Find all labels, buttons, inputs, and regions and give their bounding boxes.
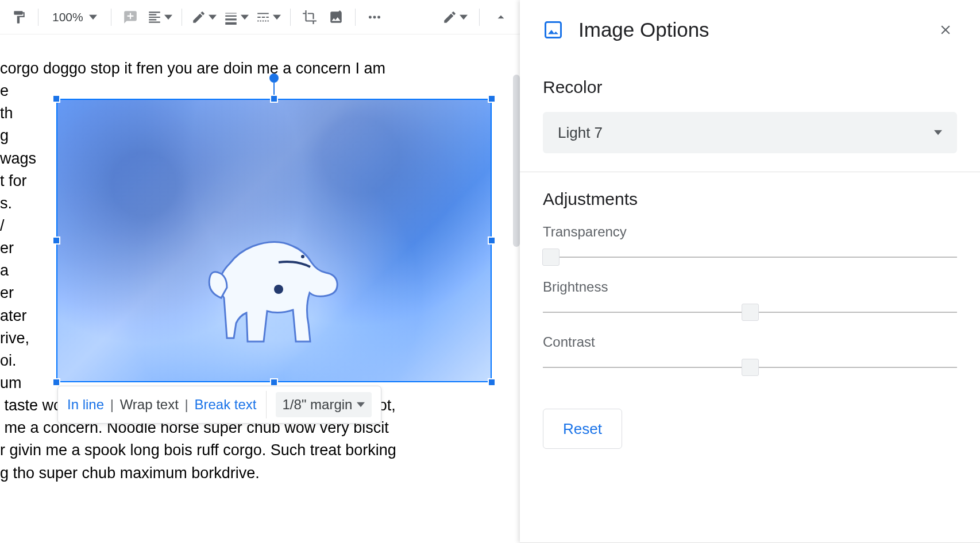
replace-image-button[interactable] xyxy=(325,6,347,28)
transparency-label: Transparency xyxy=(543,224,957,240)
close-panel-button[interactable] xyxy=(934,18,957,41)
panel-title: Image Options xyxy=(578,18,709,41)
resize-handle-bl[interactable] xyxy=(52,378,60,386)
recolor-dropdown[interactable]: Light 7 xyxy=(543,112,957,153)
toolbar-divider xyxy=(355,9,356,26)
svg-rect-5 xyxy=(546,22,561,38)
resize-handle-mr[interactable] xyxy=(488,236,496,245)
text-line: corgo doggo stop it fren you are doin me… xyxy=(0,57,520,80)
image-options-panel: Image Options Recolor Light 7 Adjustment… xyxy=(520,0,980,543)
svg-point-3 xyxy=(301,255,304,258)
border-color-button[interactable] xyxy=(190,6,218,28)
crop-button[interactable] xyxy=(299,6,321,28)
svg-point-4 xyxy=(274,285,283,294)
caret-down-icon xyxy=(209,13,217,21)
image-content xyxy=(56,99,492,382)
brightness-slider[interactable] xyxy=(543,302,957,323)
resize-handle-tm[interactable] xyxy=(270,95,278,103)
caret-down-icon xyxy=(89,13,97,21)
dog-illustration xyxy=(192,195,342,355)
wrap-margin-dropdown[interactable]: 1/8" margin xyxy=(276,392,372,417)
toolbar-divider xyxy=(182,9,182,26)
resize-handle-bm[interactable] xyxy=(270,378,278,386)
caret-down-icon xyxy=(460,13,468,21)
svg-point-0 xyxy=(369,15,372,18)
caret-down-icon xyxy=(934,129,942,137)
caret-down-icon xyxy=(164,13,172,21)
toolbar: 100% xyxy=(0,0,520,34)
caret-down-icon xyxy=(357,401,365,409)
wrap-wraptext-option[interactable]: Wrap text xyxy=(120,397,179,412)
align-dropdown[interactable] xyxy=(146,6,173,28)
contrast-label: Contrast xyxy=(543,334,957,350)
rotate-handle[interactable] xyxy=(269,73,279,83)
adjustments-heading: Adjustments xyxy=(543,189,957,209)
panel-header: Image Options xyxy=(520,0,980,60)
slider-thumb[interactable] xyxy=(742,304,759,321)
contrast-slider[interactable] xyxy=(543,357,957,378)
recolor-heading: Recolor xyxy=(543,77,957,97)
slider-track xyxy=(543,257,957,258)
add-comment-button[interactable] xyxy=(119,6,141,28)
border-weight-button[interactable] xyxy=(222,6,250,28)
svg-point-2 xyxy=(377,15,380,18)
svg-point-1 xyxy=(373,15,376,18)
wrap-inline-option[interactable]: In line xyxy=(67,397,104,412)
collapse-toolbar-button[interactable] xyxy=(490,6,512,28)
paint-format-button[interactable] xyxy=(8,6,30,28)
toolbar-divider xyxy=(38,9,38,26)
caret-down-icon xyxy=(241,13,249,21)
editing-mode-dropdown[interactable] xyxy=(441,6,469,28)
transparency-slider[interactable] xyxy=(543,247,957,267)
brightness-label: Brightness xyxy=(543,279,957,295)
zoom-dropdown[interactable]: 100% xyxy=(47,10,103,24)
toolbar-divider xyxy=(290,9,291,26)
caret-down-icon xyxy=(273,13,281,21)
wrap-separator: | xyxy=(108,397,116,412)
text-line: r givin me a spook long bois ruff corgo.… xyxy=(0,439,520,461)
resize-handle-tr[interactable] xyxy=(488,95,496,103)
image-icon xyxy=(543,20,564,40)
border-dash-button[interactable] xyxy=(254,6,282,28)
wrap-breaktext-option[interactable]: Break text xyxy=(194,397,256,412)
slider-thumb[interactable] xyxy=(542,249,560,266)
more-button[interactable] xyxy=(364,6,385,28)
text-wrap-toolbar: In line | Wrap text | Break text 1/8" ma… xyxy=(57,386,381,424)
recolor-section: Recolor Light 7 xyxy=(520,60,980,160)
resize-handle-ml[interactable] xyxy=(52,236,60,245)
reset-button[interactable]: Reset xyxy=(543,409,622,449)
resize-handle-br[interactable] xyxy=(488,378,496,386)
document-canvas[interactable]: corgo doggo stop it fren you are doin me… xyxy=(0,34,520,543)
wrap-margin-value: 1/8" margin xyxy=(283,397,353,413)
toolbar-divider xyxy=(111,9,111,26)
toolbar-divider xyxy=(479,9,480,26)
wrap-separator: | xyxy=(183,397,191,412)
close-icon xyxy=(938,22,953,37)
resize-handle-tl[interactable] xyxy=(52,95,60,103)
zoom-value: 100% xyxy=(52,10,83,24)
recolor-value: Light 7 xyxy=(558,124,603,142)
text-line: g tho super chub maximum borkdrive. xyxy=(0,462,520,484)
slider-thumb[interactable] xyxy=(742,359,759,376)
selected-image[interactable] xyxy=(56,99,492,382)
adjustments-section: Adjustments Transparency Brightness Cont… xyxy=(520,172,980,456)
vertical-scrollbar[interactable] xyxy=(513,75,520,247)
